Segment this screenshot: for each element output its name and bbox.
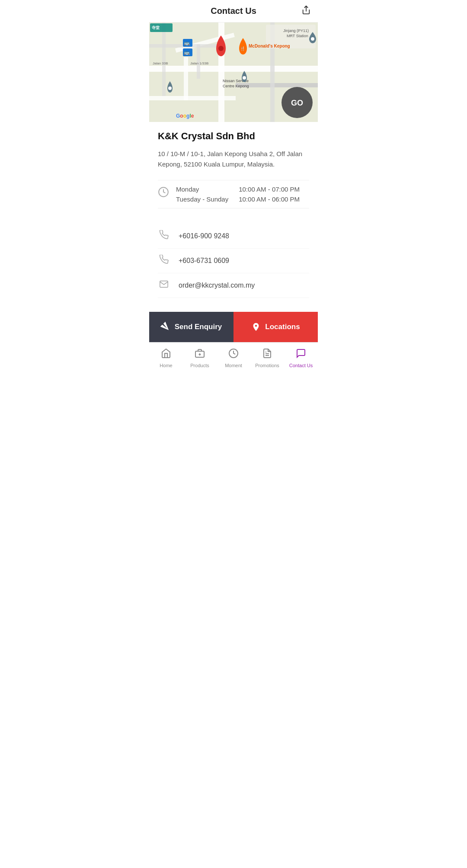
contact-section: +6016-900 9248 +603-6731 0609 order@kkcr… [158,219,309,303]
svg-text:Centre Kepong: Centre Kepong [223,84,249,88]
phone-item-1[interactable]: +6016-900 9248 [158,224,309,249]
nav-item-moment[interactable]: Moment [217,343,250,373]
action-buttons: Send Enquiry Locations [149,312,318,342]
clock-icon [158,186,169,200]
svg-text:MRT Station: MRT Station [287,34,308,38]
contact-us-icon [296,348,306,361]
company-name: K&K Crystal Sdn Bhd [158,131,309,142]
email-address: order@kkcrystal.com.my [179,282,255,289]
email-icon [158,279,170,291]
svg-text:Google: Google [176,113,194,119]
svg-text:寺堂: 寺堂 [152,26,160,30]
map-container[interactable]: Jalan 33B Jalan 1/33B Jinjang (PY11) MRT… [149,22,318,122]
hours-time-2: 10:00 AM - 06:00 PM [239,195,300,203]
svg-point-29 [243,76,246,80]
svg-text:McDonald's Kepong: McDonald's Kepong [249,44,290,48]
svg-rect-11 [162,22,166,96]
nav-label-home: Home [160,363,172,368]
company-address: 10 / 10-M / 10-1, Jalan Kepong Usaha 2, … [158,149,309,170]
nav-label-products: Products [190,363,209,368]
phone-number-2: +603-6731 0609 [179,257,229,265]
svg-text:Jalan 1/33B: Jalan 1/33B [190,61,208,65]
products-icon [195,348,205,361]
hours-day-2: Tuesday - Sunday [176,195,228,203]
nav-label-moment: Moment [225,363,242,368]
moment-icon [228,348,239,361]
nav-item-products[interactable]: Products [183,343,217,373]
svg-point-17 [311,37,314,41]
content-area: K&K Crystal Sdn Bhd 10 / 10-M / 10-1, Ja… [149,122,318,303]
home-icon [161,348,171,361]
page-title: Contact Us [211,6,256,16]
bottom-navigation: Home Products Moment [149,342,318,373]
nav-item-promotions[interactable]: Promotions [250,343,284,373]
hours-days: Monday Tuesday - Sunday [176,186,228,203]
hours-day-1: Monday [176,186,228,193]
email-item[interactable]: order@kkcrystal.com.my [158,273,309,298]
hours-time-1: 10:00 AM - 07:00 PM [239,186,300,193]
phone-icon-2 [158,255,170,267]
svg-rect-6 [149,96,236,100]
svg-text:GO: GO [291,99,303,107]
svg-point-30 [168,86,172,90]
send-enquiry-button[interactable]: Send Enquiry [149,312,234,342]
svg-text:🚌: 🚌 [184,40,190,46]
svg-text:🍴: 🍴 [240,46,246,51]
hours-times: 10:00 AM - 07:00 PM 10:00 AM - 06:00 PM [239,186,300,203]
header: Contact Us [149,0,318,22]
send-enquiry-label: Send Enquiry [175,323,222,331]
svg-text:Jinjang (PY11): Jinjang (PY11) [283,29,309,33]
phone-item-2[interactable]: +603-6731 0609 [158,249,309,273]
svg-rect-5 [184,57,188,100]
svg-rect-2 [149,66,318,72]
phone-number-1: +6016-900 9248 [179,232,229,240]
nav-item-contact-us[interactable]: Contact Us [284,343,318,373]
phone-icon-1 [158,230,170,242]
hours-section: Monday Tuesday - Sunday 10:00 AM - 07:00… [158,180,309,208]
locations-label: Locations [265,323,300,331]
svg-text:🚌: 🚌 [184,49,190,55]
svg-point-24 [218,46,224,51]
nav-label-promotions: Promotions [255,363,279,368]
hours-rows: Monday Tuesday - Sunday 10:00 AM - 07:00… [176,186,309,203]
svg-text:Jalan 33B: Jalan 33B [153,61,168,65]
promotions-icon [262,348,272,361]
nav-label-contact-us: Contact Us [289,363,313,368]
locations-button[interactable]: Locations [234,312,318,342]
share-icon[interactable] [301,5,311,17]
nav-item-home[interactable]: Home [149,343,183,373]
